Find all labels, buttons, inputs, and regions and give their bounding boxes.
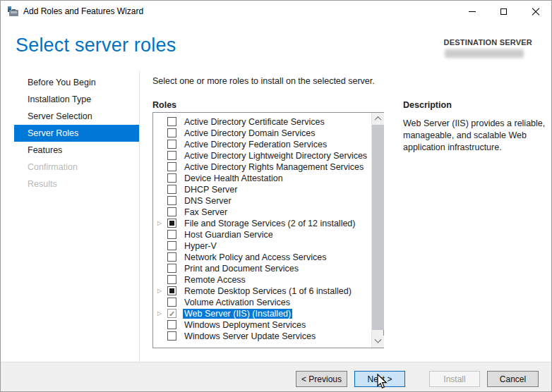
role-checkbox[interactable]: [167, 207, 176, 216]
role-row-remote-access[interactable]: Remote Access: [153, 274, 371, 286]
sidebar-item-results: Results: [1, 176, 139, 192]
wizard-window: Add Roles and Features Wizard Select ser…: [0, 0, 552, 392]
role-checkbox[interactable]: [167, 286, 176, 295]
wizard-app-icon: [7, 6, 19, 18]
role-label: DNS Server: [183, 196, 233, 206]
cancel-button[interactable]: Cancel: [487, 371, 539, 387]
role-label: Remote Desktop Services (1 of 6 installe…: [183, 286, 353, 296]
role-checkbox[interactable]: [167, 230, 176, 239]
sidebar-item-confirmation: Confirmation: [1, 159, 139, 176]
destination-server-block: DESTINATION SERVER: [444, 38, 532, 58]
wizard-steps-sidebar: Before You BeginInstallation TypeServer …: [1, 74, 139, 192]
role-checkbox[interactable]: [167, 117, 176, 126]
description-text: Web Server (IIS) provides a reliable, ma…: [403, 118, 547, 154]
scrollbar-thumb[interactable]: [372, 125, 384, 330]
scrollbar-up-button[interactable]: [372, 113, 384, 125]
role-checkbox[interactable]: [167, 241, 176, 250]
role-label: Host Guardian Service: [183, 230, 275, 240]
role-row-remote-desktop-services-1-of-6-installed[interactable]: ▷Remote Desktop Services (1 of 6 install…: [153, 286, 371, 297]
role-label: Remote Access: [183, 275, 247, 285]
role-label: Active Directory Certificate Services: [183, 117, 326, 127]
page-title: Select server roles: [16, 35, 176, 56]
role-row-windows-deployment-services[interactable]: Windows Deployment Services: [153, 319, 371, 331]
role-row-web-server-iis-installed[interactable]: ▷Web Server (IIS) (Installed): [153, 308, 371, 319]
role-label: Network Policy and Access Services: [183, 252, 328, 262]
description-title: Description: [403, 100, 452, 110]
minimize-button[interactable]: [456, 1, 488, 23]
expander-triangle-icon[interactable]: ▷: [157, 310, 164, 317]
role-checkbox[interactable]: [167, 264, 176, 273]
role-label: Active Directory Rights Management Servi…: [183, 162, 365, 172]
minimize-icon: [469, 11, 476, 12]
role-row-active-directory-certificate-services[interactable]: Active Directory Certificate Services: [153, 116, 371, 128]
role-row-dhcp-server[interactable]: DHCP Server: [153, 184, 371, 195]
role-row-hyper-v[interactable]: Hyper-V: [153, 240, 371, 252]
roles-scrollbar[interactable]: [371, 113, 383, 348]
sidebar-item-features[interactable]: Features: [1, 142, 139, 159]
role-row-host-guardian-service[interactable]: Host Guardian Service: [153, 229, 371, 240]
role-checkbox[interactable]: [167, 140, 176, 149]
sidebar-item-before-you-begin[interactable]: Before You Begin: [1, 74, 139, 91]
scrollbar-down-button[interactable]: [372, 336, 384, 348]
titlebar: Add Roles and Features Wizard: [1, 1, 551, 23]
role-checkbox[interactable]: [167, 309, 176, 318]
role-row-network-policy-and-access-services[interactable]: Network Policy and Access Services: [153, 252, 371, 263]
role-checkbox[interactable]: [167, 275, 176, 284]
role-label: Hyper-V: [183, 241, 218, 251]
role-checkbox[interactable]: [167, 151, 176, 160]
close-icon: [532, 8, 539, 16]
chevron-down-icon: [375, 336, 382, 343]
destination-server-label: DESTINATION SERVER: [444, 38, 532, 47]
window-title: Add Roles and Features Wizard: [23, 6, 143, 16]
sidebar-item-installation-type[interactable]: Installation Type: [1, 91, 139, 108]
expander-triangle-icon[interactable]: ▷: [157, 220, 164, 227]
role-checkbox[interactable]: [167, 196, 176, 205]
role-label: Web Server (IIS) (Installed): [183, 309, 292, 319]
role-row-active-directory-rights-management-services[interactable]: Active Directory Rights Management Servi…: [153, 161, 371, 173]
next-button[interactable]: Next >: [354, 371, 405, 387]
role-label: Windows Server Update Services: [183, 331, 317, 341]
role-checkbox[interactable]: [167, 173, 176, 183]
destination-server-name-redacted: [445, 49, 524, 58]
sidebar-divider: [139, 71, 140, 362]
role-row-device-health-attestation[interactable]: Device Health Attestation: [153, 173, 371, 184]
role-checkbox[interactable]: [167, 298, 176, 307]
role-row-active-directory-lightweight-directory-services[interactable]: Active Directory Lightweight Directory S…: [153, 150, 371, 161]
roles-rows: Active Directory Certificate ServicesAct…: [153, 113, 371, 348]
role-checkbox[interactable]: [167, 185, 176, 194]
role-checkbox[interactable]: [167, 128, 176, 137]
role-checkbox[interactable]: [167, 320, 176, 329]
footer-bar: < PreviousNext >InstallCancel: [1, 362, 551, 392]
sidebar-item-server-selection[interactable]: Server Selection: [1, 108, 139, 125]
role-row-windows-server-update-services[interactable]: Windows Server Update Services: [153, 331, 371, 342]
role-row-volume-activation-services[interactable]: Volume Activation Services: [153, 297, 371, 308]
role-row-active-directory-federation-services[interactable]: Active Directory Federation Services: [153, 139, 371, 150]
sidebar-item-server-roles[interactable]: Server Roles: [14, 125, 139, 142]
role-row-active-directory-domain-services[interactable]: Active Directory Domain Services: [153, 128, 371, 139]
role-row-dns-server[interactable]: DNS Server: [153, 195, 371, 207]
role-label: Active Directory Federation Services: [183, 140, 328, 149]
role-row-fax-server[interactable]: Fax Server: [153, 207, 371, 218]
roles-list-label: Roles: [152, 100, 176, 110]
maximize-icon: [500, 8, 507, 15]
role-label: File and Storage Services (2 of 12 insta…: [183, 219, 357, 228]
role-label: Active Directory Domain Services: [183, 128, 316, 138]
role-checkbox[interactable]: [167, 219, 176, 228]
role-checkbox[interactable]: [167, 162, 176, 171]
role-row-print-and-document-services[interactable]: Print and Document Services: [153, 263, 371, 274]
role-checkbox[interactable]: [167, 331, 176, 341]
role-row-file-and-storage-services-2-of-12-installed[interactable]: ▷File and Storage Services (2 of 12 inst…: [153, 218, 371, 229]
maximize-button[interactable]: [488, 1, 520, 23]
previous-button[interactable]: < Previous: [296, 371, 347, 387]
chevron-up-icon: [375, 116, 382, 123]
close-button[interactable]: [520, 1, 551, 23]
install-button: Install: [429, 371, 480, 387]
role-label: Print and Document Services: [183, 264, 300, 274]
expander-triangle-icon[interactable]: ▷: [157, 288, 164, 295]
role-label: Device Health Attestation: [183, 173, 284, 183]
instruction-text: Select one or more roles to install on t…: [152, 76, 375, 86]
role-label: Windows Deployment Services: [183, 320, 307, 330]
role-checkbox[interactable]: [167, 252, 176, 262]
roles-listbox: Active Directory Certificate ServicesAct…: [152, 112, 384, 348]
role-label: DHCP Server: [183, 185, 239, 195]
